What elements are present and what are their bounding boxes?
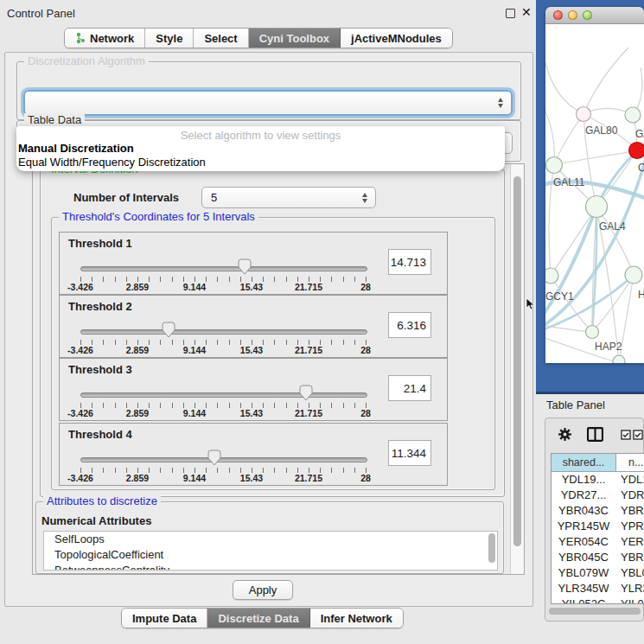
table-row[interactable]: YPR145WYPR1: [552, 519, 644, 534]
node-label: HAP2: [595, 341, 622, 353]
node-gal80[interactable]: [577, 107, 591, 122]
algorithm-select[interactable]: [23, 90, 513, 116]
screen: Control Panel ✕ Network Style Select Cyn…: [0, 0, 644, 644]
tab-select[interactable]: Select: [194, 29, 248, 48]
gear-icon[interactable]: [558, 427, 572, 442]
interval-definition-group: Interval Definition Number of Intervals …: [40, 169, 505, 497]
threshold-1-slider[interactable]: -3.4262.8599.14415.4321.71528: [80, 257, 366, 293]
float-window-icon[interactable]: [506, 9, 515, 18]
tab-discretize-data[interactable]: Discretize Data: [207, 609, 309, 628]
threshold-3-value[interactable]: 21.4: [388, 375, 431, 401]
table-panel: shared... n... YDL19...YDL1 YDR27...YDR2…: [545, 418, 644, 622]
popup-hint: Select algorithm to view settings: [16, 129, 505, 142]
node-label: GAL11: [553, 176, 585, 188]
discretization-algorithm-group: Discretization Algorithm: [16, 61, 521, 120]
slider-tick-labels: -3.4262.8599.14415.4321.71528: [80, 473, 366, 484]
table-panel-toolbar: [545, 418, 643, 451]
settings-scroll-area: Interval Definition Number of Intervals …: [32, 163, 525, 575]
horizontal-scrollbar[interactable]: [549, 608, 641, 615]
cyni-toolbox-panel: Discretization Algorithm Table Data galF…: [4, 52, 533, 607]
table-row[interactable]: YDL19...YDL1: [552, 472, 644, 488]
node-label: GAL4: [599, 220, 626, 233]
threshold-2-panel: Threshold 2 -3.4262.8599.14415.4321.7152…: [59, 295, 448, 358]
threshold-2-value[interactable]: 6.316: [388, 312, 431, 338]
checkbox-icon[interactable]: [633, 430, 643, 440]
slider-thumb[interactable]: [162, 322, 175, 338]
zoom-traffic-light[interactable]: [583, 10, 592, 20]
checkbox-icon[interactable]: [621, 430, 631, 440]
option-equal-width-frequency[interactable]: Equal Width/Frequency Discretization: [18, 156, 206, 169]
scrollbar-thumb[interactable]: [513, 176, 521, 546]
table-row[interactable]: YBL079WYBL0: [552, 565, 644, 581]
table-row[interactable]: YBR043CYBR0: [552, 503, 644, 519]
node-gal4[interactable]: [586, 196, 608, 218]
slider-track[interactable]: [80, 392, 367, 398]
option-manual-discretization[interactable]: Manual Discretization: [18, 142, 134, 155]
threshold-3-panel: Threshold 3 -3.4262.8599.14415.4321.7152…: [59, 358, 448, 421]
panel-title: Control Panel: [7, 7, 75, 20]
threshold-label: Threshold 1: [68, 237, 132, 250]
table-row[interactable]: YBR045CYBR0: [552, 550, 644, 565]
threshold-label: Threshold 3: [68, 363, 132, 376]
list-item[interactable]: BetweennessCentrality: [44, 563, 497, 571]
table-row[interactable]: YLR345WYLR3: [552, 581, 644, 596]
apply-button[interactable]: Apply: [233, 580, 293, 600]
numerical-attributes-label: Numerical Attributes: [41, 514, 151, 527]
tab-style[interactable]: Style: [145, 29, 194, 48]
threshold-2-slider[interactable]: -3.4262.8599.14415.4321.71528: [80, 320, 366, 356]
slider-track[interactable]: [80, 329, 367, 335]
control-panel-titlebar: Control Panel ✕: [0, 0, 536, 26]
slider-track[interactable]: [80, 457, 367, 462]
slider-tick-labels: -3.4262.8599.14415.4321.71528: [80, 408, 366, 419]
threshold-4-slider[interactable]: -3.4262.8599.14415.4321.71528: [80, 448, 366, 484]
slider-thumb[interactable]: [299, 385, 313, 401]
tab-infer-network[interactable]: Infer Network: [310, 609, 403, 628]
node-bottom[interactable]: [613, 355, 625, 363]
split-columns-icon[interactable]: [587, 427, 603, 442]
column-header-shared-name[interactable]: shared...: [552, 454, 616, 471]
tab-cyni-toolbox[interactable]: Cyni Toolbox: [249, 29, 341, 48]
threshold-label: Threshold 2: [68, 300, 132, 313]
cyni-mode-tabs: Impute Data Discretize Data Infer Networ…: [121, 608, 404, 628]
num-intervals-label: Number of Intervals: [73, 191, 179, 204]
tab-jactivemnodules[interactable]: jActiveMNodules: [341, 29, 452, 48]
list-item[interactable]: TopologicalCoefficient: [44, 547, 497, 563]
threshold-1-value[interactable]: 14.713: [388, 249, 431, 275]
table-row[interactable]: YIL052CYIL0: [552, 596, 644, 604]
network-canvas[interactable]: GAL80 GA C GAL11 GAL4 GCY1 H HAP2: [545, 24, 644, 363]
list-scrollbar[interactable]: [488, 533, 495, 563]
mouse-cursor: [526, 297, 535, 314]
node-red-selected[interactable]: [629, 143, 644, 159]
node-gcy1[interactable]: [545, 268, 558, 284]
node-hap2[interactable]: [586, 326, 599, 339]
threshold-4-value[interactable]: 11.344: [388, 440, 431, 466]
minimize-traffic-light[interactable]: [568, 10, 577, 20]
list-item[interactable]: SelfLoops: [44, 532, 497, 547]
node-gal11[interactable]: [546, 157, 563, 174]
close-icon[interactable]: ✕: [521, 5, 532, 19]
slider-tick-labels: -3.4262.8599.14415.4321.71528: [80, 282, 366, 293]
column-header-name[interactable]: n...: [616, 454, 644, 471]
close-traffic-light[interactable]: [553, 10, 563, 20]
threshold-4-panel: Threshold 4 -3.4262.8599.14415.4321.7152…: [59, 423, 448, 486]
numerical-attributes-list: SelfLoops TopologicalCoefficient Between…: [43, 531, 498, 571]
node-label: H: [638, 289, 644, 301]
node-label: GCY1: [545, 290, 574, 303]
slider-thumb[interactable]: [207, 450, 221, 466]
slider-track[interactable]: [80, 266, 367, 271]
table-row[interactable]: YDR27...YDR2: [552, 488, 644, 503]
vertical-scrollbar[interactable]: [510, 164, 524, 574]
table-panel-title: Table Panel: [546, 399, 605, 411]
network-window-titlebar[interactable]: [545, 7, 644, 24]
tab-network[interactable]: Network: [65, 29, 145, 48]
tab-impute-data[interactable]: Impute Data: [122, 609, 207, 628]
slider-thumb[interactable]: [238, 258, 252, 275]
num-intervals-select[interactable]: 5: [201, 187, 376, 208]
node-h[interactable]: [625, 266, 642, 284]
network-window: GAL80 GA C GAL11 GAL4 GCY1 H HAP2: [545, 7, 644, 363]
network-graph-icon: [75, 32, 86, 44]
threshold-1-panel: Threshold 1 -3.4262.8599.14415.4321.7152…: [59, 232, 448, 295]
node-ga[interactable]: [625, 107, 641, 123]
threshold-3-slider[interactable]: -3.4262.8599.14415.4321.71528: [80, 383, 366, 419]
table-row[interactable]: YER054CYER0: [552, 534, 644, 550]
